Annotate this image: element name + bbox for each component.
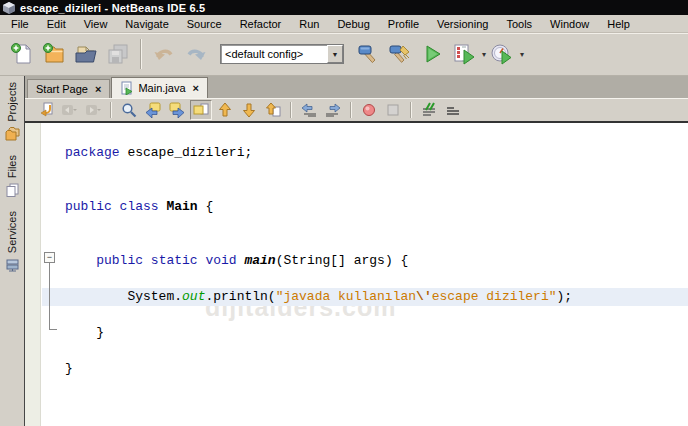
fold-guide-end xyxy=(49,329,57,330)
shift-line-left-button[interactable] xyxy=(298,100,320,120)
menu-debug[interactable]: Debug xyxy=(328,16,378,32)
new-project-button[interactable] xyxy=(39,39,69,69)
netbeans-logo-icon xyxy=(3,2,15,14)
redo-button[interactable] xyxy=(181,39,211,69)
find-previous-button[interactable] xyxy=(142,100,164,120)
services-icon xyxy=(5,258,20,272)
sidebar-tab-files[interactable]: Files xyxy=(5,155,20,197)
editor-column: Start Page × Main.java × xyxy=(25,76,688,426)
clean-and-build-project-button[interactable] xyxy=(385,39,415,69)
sidebar-tab-projects[interactable]: Projects xyxy=(5,82,20,141)
toggle-highlight-search-icon xyxy=(193,102,209,118)
java-file-icon xyxy=(120,81,133,95)
editor-gutter[interactable] xyxy=(25,123,41,426)
menu-navigate[interactable]: Navigate xyxy=(116,16,177,32)
menu-file[interactable]: File xyxy=(2,16,38,32)
code-line[interactable]: package escape_dizileri; xyxy=(42,144,688,162)
profile-dropdown-icon[interactable]: ▾ xyxy=(520,50,524,59)
code-line[interactable] xyxy=(42,216,688,234)
forward-icon xyxy=(85,102,101,118)
netbeans-window: escape_dizileri - NetBeans IDE 6.5 File … xyxy=(0,0,688,426)
back-icon xyxy=(61,102,77,118)
last-edit-position-button[interactable] xyxy=(34,100,56,120)
forward-button[interactable] xyxy=(82,100,104,120)
back-button[interactable] xyxy=(58,100,80,120)
profile-project-icon xyxy=(490,42,514,66)
debug-dropdown-icon[interactable]: ▾ xyxy=(482,50,486,59)
tab-main-java[interactable]: Main.java × xyxy=(111,77,208,98)
editor-toolbar-separator xyxy=(110,102,112,118)
save-all-button[interactable] xyxy=(103,39,133,69)
open-project-button[interactable] xyxy=(71,39,101,69)
build-project-icon xyxy=(356,42,380,66)
next-bookmark-icon xyxy=(241,102,257,118)
code-editor[interactable]: dijitalders.com package escape_dizileri;… xyxy=(25,123,688,426)
code-line[interactable]: } xyxy=(42,360,688,378)
sidebar-tab-services-label: Services xyxy=(6,211,18,253)
code-line[interactable]: public class Main { xyxy=(42,198,688,216)
fold-collapse-icon[interactable]: − xyxy=(44,252,55,263)
uncomment-button[interactable] xyxy=(442,100,464,120)
record-macro-button[interactable] xyxy=(358,100,380,120)
menu-source[interactable]: Source xyxy=(178,16,231,32)
project-config-value: <default config> xyxy=(221,48,327,60)
code-line[interactable] xyxy=(42,180,688,198)
previous-bookmark-icon xyxy=(217,102,233,118)
project-config-select[interactable]: <default config> ▼ xyxy=(220,44,344,64)
sidebar-tab-services[interactable]: Services xyxy=(5,211,20,272)
code-line[interactable] xyxy=(42,306,688,324)
combo-dropdown-icon[interactable]: ▼ xyxy=(327,45,343,63)
tab-main-java-label: Main.java xyxy=(138,82,185,94)
next-bookmark-button[interactable] xyxy=(238,100,260,120)
debug-project-icon xyxy=(452,42,476,66)
content-area: Projects Files Services xyxy=(0,76,688,426)
find-next-button[interactable] xyxy=(166,100,188,120)
stop-macro-button[interactable] xyxy=(382,100,404,120)
uncomment-icon xyxy=(445,102,461,118)
code-area[interactable]: package escape_dizileri; public class Ma… xyxy=(42,123,688,426)
menu-tools[interactable]: Tools xyxy=(497,16,541,32)
last-edit-position-icon xyxy=(37,102,53,118)
left-sidebar: Projects Files Services xyxy=(0,76,25,426)
menu-refactor[interactable]: Refactor xyxy=(231,16,291,32)
previous-bookmark-button[interactable] xyxy=(214,100,236,120)
undo-button[interactable] xyxy=(149,39,179,69)
comment-button[interactable] xyxy=(418,100,440,120)
files-icon xyxy=(5,183,20,197)
menu-window[interactable]: Window xyxy=(541,16,598,32)
toggle-bookmark-button[interactable] xyxy=(262,100,284,120)
tab-main-java-close-icon[interactable]: × xyxy=(193,82,199,94)
fold-guide-line xyxy=(49,263,50,330)
redo-icon xyxy=(184,42,208,66)
code-line[interactable]: public static void main(String[] args) { xyxy=(42,252,688,270)
code-line[interactable]: } xyxy=(42,324,688,342)
editor-toolbar-separator xyxy=(410,102,412,118)
menu-profile[interactable]: Profile xyxy=(379,16,428,32)
tab-start-page[interactable]: Start Page × xyxy=(27,79,110,98)
title-bar[interactable]: escape_dizileri - NetBeans IDE 6.5 xyxy=(0,0,688,15)
menu-view[interactable]: View xyxy=(75,16,117,32)
code-line[interactable] xyxy=(42,270,688,288)
code-line[interactable] xyxy=(42,234,688,252)
find-icon xyxy=(121,102,137,118)
menu-edit[interactable]: Edit xyxy=(38,16,75,32)
menu-versioning[interactable]: Versioning xyxy=(428,16,497,32)
profile-project-button[interactable] xyxy=(487,39,517,69)
new-file-button[interactable] xyxy=(7,39,37,69)
shift-line-left-icon xyxy=(301,102,317,118)
open-project-icon xyxy=(74,42,98,66)
run-project-button[interactable] xyxy=(417,39,447,69)
build-project-button[interactable] xyxy=(353,39,383,69)
code-line[interactable] xyxy=(42,162,688,180)
menu-run[interactable]: Run xyxy=(290,16,328,32)
debug-project-button[interactable] xyxy=(449,39,479,69)
clean-and-build-project-icon xyxy=(388,42,412,66)
tab-start-page-close-icon[interactable]: × xyxy=(95,83,101,95)
find-button[interactable] xyxy=(118,100,140,120)
sidebar-tab-projects-label: Projects xyxy=(6,82,18,122)
menu-help[interactable]: Help xyxy=(598,16,639,32)
toggle-highlight-search-button[interactable] xyxy=(190,100,212,120)
code-line[interactable] xyxy=(42,342,688,360)
shift-line-right-button[interactable] xyxy=(322,100,344,120)
code-line[interactable]: System.out.println("javada kullanılan\'e… xyxy=(42,288,688,306)
